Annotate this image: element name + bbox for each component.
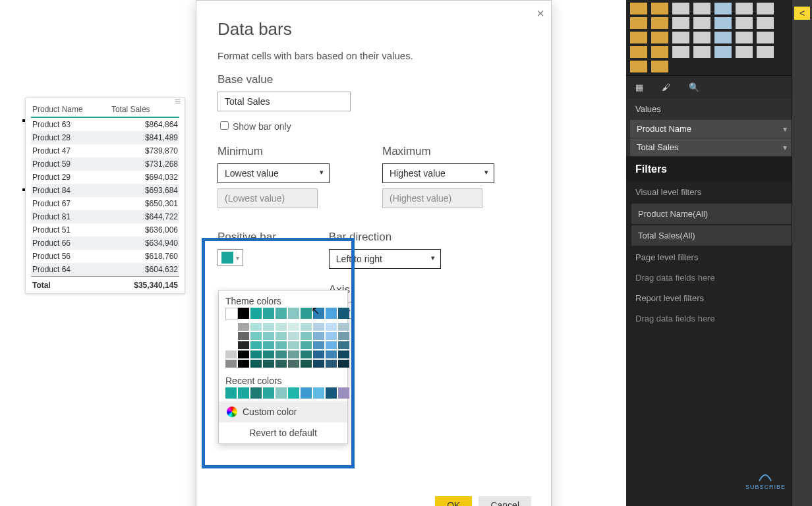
- table-row[interactable]: Product 64$604,632: [31, 263, 179, 277]
- viz-type-icon[interactable]: [693, 17, 710, 29]
- bar-direction-select[interactable]: Left to right: [329, 249, 441, 269]
- expand-icon[interactable]: <: [794, 7, 810, 20]
- color-swatch[interactable]: [326, 351, 337, 358]
- color-swatch[interactable]: [301, 323, 312, 331]
- custom-color-button[interactable]: Custom color: [219, 401, 347, 422]
- table-row[interactable]: Product 84$693,684: [31, 184, 179, 197]
- color-swatch[interactable]: [276, 387, 287, 399]
- color-swatch[interactable]: [276, 360, 287, 368]
- color-swatch[interactable]: [338, 341, 349, 349]
- viz-type-icon[interactable]: [757, 46, 774, 58]
- color-swatch[interactable]: [238, 308, 249, 319]
- color-swatch[interactable]: [301, 360, 312, 368]
- color-swatch[interactable]: [326, 387, 337, 399]
- color-swatch[interactable]: [301, 308, 312, 319]
- color-swatch[interactable]: [326, 360, 337, 368]
- color-swatch[interactable]: [326, 341, 337, 349]
- color-swatch[interactable]: [263, 308, 274, 319]
- base-value-input[interactable]: Total Sales: [218, 92, 351, 111]
- viz-type-icon[interactable]: [651, 3, 668, 14]
- color-swatch[interactable]: [225, 360, 237, 368]
- table-visual[interactable]: ≡ Product Name Total Sales Product 63$86…: [25, 98, 185, 294]
- viz-type-icon[interactable]: [714, 17, 732, 29]
- minimum-select[interactable]: Lowest value: [218, 163, 330, 183]
- checkbox[interactable]: [220, 121, 229, 130]
- color-swatch[interactable]: [276, 323, 287, 331]
- show-bar-only-check[interactable]: Show bar only: [218, 119, 530, 132]
- col-header[interactable]: Product Name: [31, 102, 110, 117]
- viz-type-icon[interactable]: [736, 3, 753, 14]
- color-swatch[interactable]: [225, 387, 237, 399]
- color-swatch[interactable]: [250, 308, 262, 319]
- color-swatch[interactable]: [338, 332, 349, 340]
- color-swatch[interactable]: [225, 323, 237, 331]
- color-swatch[interactable]: [276, 332, 287, 340]
- viz-type-icon[interactable]: [736, 17, 753, 29]
- color-swatch[interactable]: [338, 387, 349, 399]
- color-swatch[interactable]: [238, 341, 249, 349]
- grip-icon[interactable]: ≡: [175, 96, 181, 107]
- color-swatch[interactable]: [225, 332, 237, 340]
- color-swatch[interactable]: [263, 341, 274, 349]
- color-swatch[interactable]: [238, 323, 249, 331]
- ok-button[interactable]: OK: [435, 496, 472, 506]
- color-swatch[interactable]: [338, 351, 349, 358]
- drag-hint[interactable]: Drag data fields here: [626, 267, 812, 288]
- viz-type-icon[interactable]: [651, 46, 668, 58]
- viz-type-icon[interactable]: [736, 32, 753, 43]
- color-swatch[interactable]: [326, 323, 337, 331]
- table-row[interactable]: Product 56$618,760: [31, 250, 179, 263]
- viz-type-icon[interactable]: [672, 17, 689, 29]
- color-swatch[interactable]: [250, 351, 262, 358]
- viz-type-icon[interactable]: [714, 32, 732, 43]
- table-row[interactable]: Product 51$636,006: [31, 223, 179, 237]
- color-swatch[interactable]: [263, 323, 274, 331]
- color-swatch[interactable]: [225, 308, 238, 320]
- revert-default-button[interactable]: Revert to default: [219, 422, 347, 443]
- viz-type-icon[interactable]: [757, 3, 774, 14]
- table-row[interactable]: Product 67$650,301: [31, 197, 179, 210]
- color-swatch[interactable]: [238, 351, 249, 358]
- color-swatch[interactable]: [338, 360, 349, 368]
- table-row[interactable]: Product 66$634,940: [31, 237, 179, 250]
- viz-type-icon[interactable]: [651, 32, 668, 43]
- color-swatch[interactable]: [313, 387, 324, 399]
- color-swatch[interactable]: [263, 360, 274, 368]
- color-swatch[interactable]: [288, 332, 299, 340]
- color-swatch[interactable]: [301, 332, 312, 340]
- color-swatch[interactable]: [276, 341, 287, 349]
- table-row[interactable]: Product 59$731,268: [31, 157, 179, 171]
- color-swatch[interactable]: [225, 351, 237, 358]
- table-row[interactable]: Product 28$841,489: [31, 131, 179, 144]
- color-swatch[interactable]: [276, 308, 287, 319]
- color-swatch[interactable]: [301, 341, 312, 349]
- viz-type-icon[interactable]: [651, 61, 668, 72]
- viz-type-icon[interactable]: [630, 61, 647, 72]
- viz-type-icon[interactable]: [651, 17, 668, 29]
- viz-type-icon[interactable]: [630, 3, 647, 14]
- viz-type-icon[interactable]: [630, 17, 647, 29]
- color-swatch[interactable]: [313, 332, 324, 340]
- color-swatch[interactable]: [313, 323, 324, 331]
- collapsed-fields-pane[interactable]: <: [792, 0, 812, 506]
- viz-type-icon[interactable]: [757, 32, 774, 43]
- color-swatch[interactable]: [301, 351, 312, 358]
- filter-item[interactable]: Product Name(All) ⌄: [631, 204, 807, 224]
- table-row[interactable]: Product 29$694,032: [31, 171, 179, 184]
- color-swatch[interactable]: [238, 387, 249, 399]
- field-well-item[interactable]: Product Name ▾ ×: [630, 120, 808, 138]
- format-tab-icon[interactable]: 🖌: [662, 82, 670, 92]
- color-swatch[interactable]: [301, 387, 312, 399]
- col-header[interactable]: Total Sales: [110, 102, 179, 117]
- table-row[interactable]: Product 81$644,722: [31, 210, 179, 223]
- viz-type-icon[interactable]: [757, 17, 774, 29]
- viz-type-icon[interactable]: [672, 32, 689, 43]
- color-swatch[interactable]: [288, 308, 299, 319]
- color-swatch[interactable]: [288, 360, 299, 368]
- fields-tab-icon[interactable]: ▦: [635, 82, 643, 92]
- color-swatch[interactable]: [326, 332, 337, 340]
- color-swatch[interactable]: [250, 323, 262, 331]
- color-swatch[interactable]: [263, 332, 274, 340]
- filter-item[interactable]: Total Sales(All): [631, 225, 807, 246]
- viz-type-icon[interactable]: [630, 46, 647, 58]
